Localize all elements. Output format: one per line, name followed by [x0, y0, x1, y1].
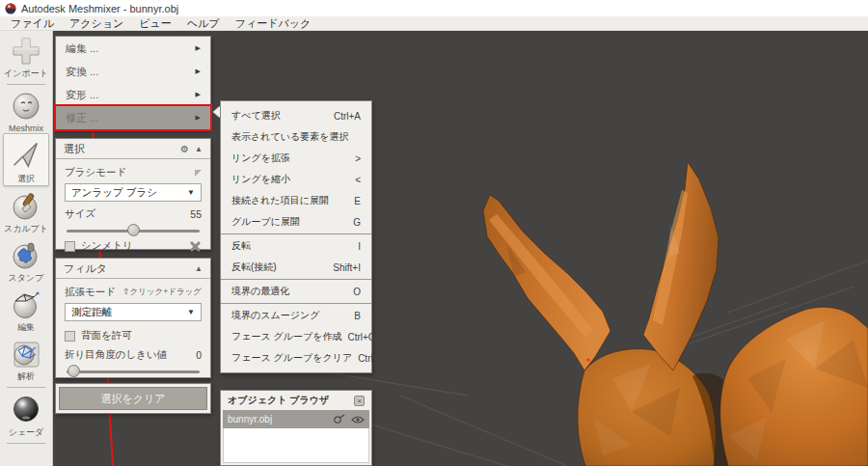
select-arrow-icon: [10, 139, 42, 172]
actions-submenu: 編集 ... ▶ 変換 ... ▶ 変形 ... ▶ 修正 ... ▶: [55, 36, 211, 130]
menu-item-deform[interactable]: 変形 ... ▶: [56, 83, 210, 106]
object-browser-title: オブジェクト ブラウザ: [228, 394, 354, 407]
expand-mode-label: 拡張モード: [65, 286, 116, 299]
menu-separator: [221, 303, 371, 304]
shortcut-label: >: [349, 153, 361, 164]
sidebar-item-import[interactable]: インポート: [1, 31, 51, 80]
menu-item-convert[interactable]: 変換 ... ▶: [56, 60, 210, 83]
context-menu-notch: [213, 106, 220, 118]
backface-label: 背面を許可: [81, 329, 132, 343]
menu-item-edit[interactable]: 編集 ... ▶: [56, 37, 210, 60]
eye-icon[interactable]: [351, 415, 365, 425]
context-item-label: リングを縮小: [231, 173, 290, 186]
shortcut-label: B: [348, 311, 361, 321]
meshmix-sphere-icon: [11, 92, 41, 123]
sidebar-item-label: インポート: [4, 68, 48, 80]
filter-panel: フィルタ ▲ 拡張モード ⇧クリック+ドラッグ 測定距離 ▼ 背面を許可 折り目…: [55, 258, 211, 378]
context-item-shrink-ring[interactable]: リングを縮小 <: [221, 169, 371, 190]
sidebar-item-stamp[interactable]: スタンプ: [1, 235, 51, 285]
context-item-smooth-boundary[interactable]: 境界のスムージング B: [221, 305, 371, 326]
size-label: サイズ: [65, 207, 95, 221]
submenu-arrow-icon: ▶: [196, 68, 201, 75]
clear-selection-button[interactable]: 選択をクリア: [59, 387, 207, 410]
context-item-label: すべて選択: [231, 109, 281, 123]
title-bar: Autodesk Meshmixer - bunnyr.obj: [0, 0, 868, 16]
tools-icon[interactable]: [189, 240, 202, 253]
context-item-create-facegroup[interactable]: フェース グループを作成 Ctrl+G: [221, 326, 371, 347]
size-value: 55: [190, 208, 202, 220]
expand-mode-dropdown[interactable]: 測定距離 ▼: [65, 303, 202, 321]
sidebar-item-sculpt[interactable]: スカルプト: [1, 186, 51, 235]
symmetry-checkbox[interactable]: [65, 241, 75, 252]
context-item-invert[interactable]: 反転 I: [221, 235, 371, 257]
sidebar-item-label: 編集: [17, 321, 35, 334]
context-item-label: 接続された項目に展開: [231, 194, 329, 207]
sidebar-item-shaders[interactable]: シェーダ: [1, 390, 51, 439]
submenu-arrow-icon: ▶: [196, 44, 201, 52]
close-icon[interactable]: ×: [354, 396, 365, 406]
context-item-expand-groups[interactable]: グループに展開 G: [221, 211, 371, 233]
crease-slider[interactable]: [65, 365, 202, 377]
object-row-selected[interactable]: bunnyr.obj: [223, 410, 369, 428]
sidebar-item-analysis[interactable]: 解析: [1, 334, 51, 383]
slider-handle[interactable]: [127, 224, 140, 236]
context-item-label: 境界の最適化: [231, 285, 289, 298]
dropdown-value: 測定距離: [71, 306, 112, 319]
menu-actions[interactable]: アクション: [63, 16, 130, 31]
sidebar-item-select[interactable]: 選択: [3, 133, 49, 186]
tool-sidebar: インポート Meshmix 選択: [0, 31, 53, 466]
selection-dot: [586, 358, 589, 361]
collapse-icon[interactable]: ▲: [195, 264, 203, 273]
context-item-label: グループに展開: [231, 215, 300, 229]
context-item-expand-connected[interactable]: 接続された項目に展開 E: [221, 190, 371, 211]
expand-mode-hint: ⇧クリック+ドラッグ: [122, 287, 202, 298]
brush-type-dropdown[interactable]: アンラップ ブラシ ▼: [65, 183, 202, 202]
context-item-clear-facegroup[interactable]: フェース グループをクリア Ctrl+Shift+G: [221, 347, 371, 369]
chevron-down-icon: ▼: [187, 188, 195, 197]
sidebar-item-label: シェーダ: [9, 426, 44, 439]
sidebar-item-label: Meshmix: [9, 123, 43, 133]
shortcut-label: O: [347, 287, 361, 297]
context-item-invert-connected[interactable]: 反転(接続) Shift+I: [221, 257, 371, 278]
context-item-optimize-boundary[interactable]: 境界の最適化 O: [221, 281, 371, 302]
backface-checkbox[interactable]: [65, 331, 75, 342]
context-item-expand-ring[interactable]: リングを拡張 >: [221, 148, 371, 169]
object-name: bunnyr.obj: [228, 414, 327, 425]
sidebar-item-label: スタンプ: [9, 272, 44, 285]
context-item-select-all[interactable]: すべて選択 Ctrl+A: [221, 105, 371, 126]
gear-icon[interactable]: ⚙: [180, 144, 189, 154]
sidebar-separator: [7, 387, 45, 388]
menu-separator: [221, 233, 371, 234]
menu-file[interactable]: ファイル: [4, 16, 61, 31]
collapse-icon[interactable]: ▲: [195, 145, 203, 153]
slider-handle[interactable]: [68, 365, 80, 377]
panel-title: 選択: [64, 142, 175, 156]
filter-panel-header: フィルタ ▲: [56, 259, 210, 279]
window-title: Autodesk Meshmixer - bunnyr.obj: [21, 3, 178, 14]
stamp-sphere-icon: [11, 240, 41, 271]
paint-icon[interactable]: [333, 414, 345, 425]
menu-help[interactable]: ヘルプ: [180, 16, 227, 31]
modify-context-menu: すべて選択 Ctrl+A 表示されている要素を選択 リングを拡張 > リングを縮…: [220, 100, 372, 373]
context-item-label: フェース グループをクリア: [231, 351, 352, 365]
object-browser-list[interactable]: [223, 428, 369, 463]
menu-feedback[interactable]: フィードバック: [229, 16, 318, 31]
meshmixer-window: Autodesk Meshmixer - bunnyr.obj ファイル アクシ…: [0, 0, 868, 466]
bunny-model[interactable]: [483, 162, 868, 466]
sidebar-item-edit[interactable]: 編集: [1, 285, 51, 334]
panel-title: フィルタ: [64, 261, 189, 276]
menu-item-modify-highlighted[interactable]: 修正 ... ▶: [56, 106, 210, 129]
meshmixer-logo-icon: [5, 3, 16, 14]
context-item-label: 表示されている要素を選択: [231, 130, 348, 144]
shortcut-label: E: [348, 196, 361, 206]
sidebar-item-label: 選択: [17, 173, 35, 185]
object-browser-header: オブジェクト ブラウザ ×: [221, 391, 371, 410]
submenu-arrow-icon: ▶: [196, 114, 201, 122]
object-browser: オブジェクト ブラウザ × bunnyr.obj: [220, 390, 372, 466]
brush-mode-label: ブラシモード: [65, 166, 126, 179]
dropdown-value: アンラップ ブラシ: [71, 186, 157, 200]
context-item-select-visible[interactable]: 表示されている要素を選択: [221, 126, 371, 148]
menu-view[interactable]: ビュー: [132, 16, 178, 31]
size-slider[interactable]: [65, 224, 202, 236]
sidebar-item-meshmix[interactable]: Meshmix: [1, 87, 51, 133]
